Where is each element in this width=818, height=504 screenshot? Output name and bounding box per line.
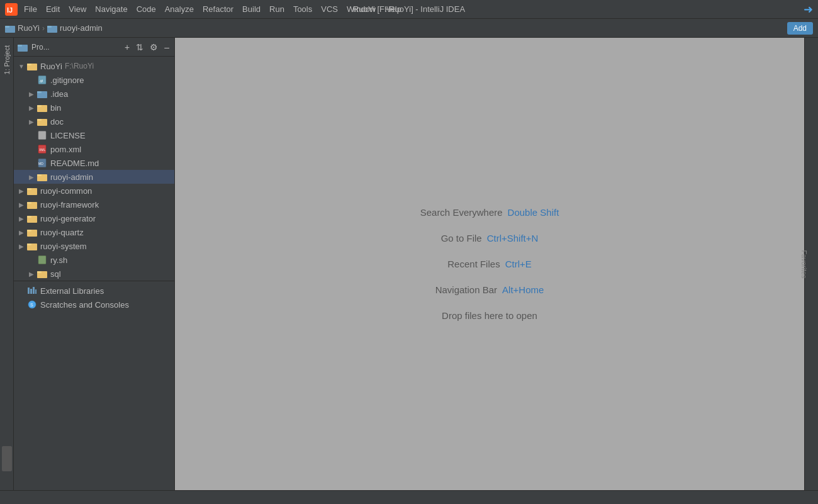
svg-rect-38 [28, 288, 30, 294]
menu-refactor[interactable]: Refactor [199, 3, 237, 15]
tree-item-ruoyi-admin[interactable]: ▶ ruoyi-admin [14, 170, 174, 184]
menu-file[interactable]: File [20, 3, 41, 15]
tree-bottom: External Libraries S Scratches and Conso… [14, 281, 174, 314]
tree-item-readme[interactable]: MD README.md [14, 156, 174, 170]
framework-label: ruoyi-framework [40, 200, 99, 210]
root-folder-icon [26, 61, 38, 71]
readme-label: README.md [50, 159, 99, 168]
project-panel: Pro... + ⇅ ⚙ – ▼ RuoYi F:\RuoYi [14, 38, 175, 490]
tree-item-ruoyi-framework[interactable]: ▶ ruoyi-framework [14, 198, 174, 211]
generator-folder-icon [26, 213, 38, 223]
menu-code[interactable]: Code [133, 3, 160, 15]
ruoyi-folder-icon [5, 24, 15, 33]
quartz-folder-icon [26, 227, 38, 237]
panel-title: Pro... [31, 43, 120, 52]
root-arrow-icon: ▼ [16, 63, 26, 70]
tree-item-gitignore[interactable]: .gi .gitignore [14, 73, 174, 87]
hint-search: Search Everywhere Double Shift [420, 207, 559, 218]
app-title: RuoYi [F:\RuoYi] - IntelliJ IDEA [353, 4, 465, 14]
right-sidebar: Favorites [804, 38, 818, 490]
svg-rect-5 [47, 26, 52, 28]
svg-text:MD: MD [38, 162, 43, 165]
menu-edit[interactable]: Edit [42, 3, 64, 15]
bin-folder-icon [36, 103, 48, 113]
svg-rect-3 [5, 26, 9, 28]
hint-goto-shortcut: Ctrl+Shift+N [487, 233, 539, 244]
menu-vcs[interactable]: VCS [317, 3, 342, 15]
arrow-icon[interactable]: ➜ [804, 3, 813, 16]
svg-rect-39 [30, 289, 32, 294]
libraries-label: External Libraries [40, 286, 104, 296]
gitignore-icon: .gi [36, 75, 48, 85]
hint-search-shortcut: Double Shift [508, 207, 559, 218]
panel-collapse-icon[interactable]: – [163, 41, 171, 53]
hint-goto: Go to File Ctrl+Shift+N [441, 233, 539, 244]
ry-icon [36, 255, 48, 265]
app-logo-icon: IJ [5, 3, 18, 16]
system-folder-icon [26, 241, 38, 251]
svg-rect-35 [38, 256, 46, 264]
common-arrow: ▶ [16, 188, 26, 194]
root-path: F:\RuoYi [65, 62, 94, 70]
tree-item-ruoyi-common[interactable]: ▶ ruoyi-common [14, 184, 174, 198]
admin-folder-icon [47, 24, 57, 33]
svg-text:S: S [30, 303, 33, 307]
svg-rect-24 [37, 174, 42, 176]
menu-run[interactable]: Run [266, 3, 288, 15]
svg-rect-41 [35, 289, 36, 294]
tree-item-doc[interactable]: ▶ doc [14, 115, 174, 128]
quartz-label: ruoyi-quartz [40, 228, 84, 237]
menu-navigate[interactable]: Navigate [91, 3, 131, 15]
admin-label: ruoyi-admin [50, 172, 93, 182]
menu-tools[interactable]: Tools [289, 3, 316, 15]
admin-arrow: ▶ [26, 174, 36, 181]
pom-label: pom.xml [50, 145, 81, 154]
tree-item-ruoyi-system[interactable]: ▶ ruoyi-system [14, 239, 174, 253]
add-button[interactable]: Add [787, 22, 813, 35]
tree-root[interactable]: ▼ RuoYi F:\RuoYi [14, 59, 174, 73]
sql-folder-icon [36, 269, 48, 279]
menu-build[interactable]: Build [238, 3, 264, 15]
hint-navbar: Navigation Bar Alt+Home [435, 284, 544, 295]
tree-item-libraries[interactable]: External Libraries [14, 284, 174, 298]
svg-rect-26 [27, 188, 31, 190]
hint-drop: Drop files here to open [442, 310, 537, 321]
breadcrumb-sep: › [42, 24, 45, 33]
svg-rect-15 [37, 105, 42, 107]
doc-label: doc [50, 117, 64, 126]
hint-recent-text: Recent Files [447, 259, 500, 269]
bin-label: bin [50, 103, 61, 113]
favorites-tab[interactable]: Favorites [800, 250, 807, 278]
menu-view[interactable]: View [65, 3, 90, 15]
project-tab[interactable]: 1: Project [1, 40, 13, 79]
quartz-arrow: ▶ [16, 229, 26, 236]
tree-item-scratches[interactable]: S Scratches and Consoles [14, 298, 174, 311]
pom-icon: XML [36, 144, 48, 154]
menu-analyze[interactable]: Analyze [161, 3, 198, 15]
panel-settings-icon[interactable]: ⚙ [148, 41, 159, 53]
breadcrumb-root[interactable]: RuoYi [18, 23, 40, 33]
tree-item-bin[interactable]: ▶ bin [14, 101, 174, 115]
hint-drop-text: Drop files here to open [442, 310, 537, 321]
panel-header: Pro... + ⇅ ⚙ – [14, 38, 174, 57]
svg-rect-34 [27, 244, 31, 245]
panel-sort-icon[interactable]: ⇅ [135, 41, 145, 53]
tree-item-ruoyi-quartz[interactable]: ▶ ruoyi-quartz [14, 225, 174, 239]
breadcrumb-current[interactable]: ruoyi-admin [60, 23, 103, 33]
tree-item-license[interactable]: LICENSE [14, 128, 174, 142]
framework-arrow: ▶ [16, 201, 26, 208]
tree-item-idea[interactable]: ▶ .idea [14, 87, 174, 101]
title-bar-right: ➜ [804, 3, 813, 16]
tree-item-ruoyi-generator[interactable]: ▶ ruoyi-generator [14, 211, 174, 225]
tree-item-pom[interactable]: XML pom.xml [14, 142, 174, 156]
left-tab-strip: 1: Project [0, 38, 14, 490]
svg-rect-18 [38, 132, 46, 140]
bin-arrow: ▶ [26, 104, 36, 111]
common-label: ruoyi-common [40, 186, 92, 196]
editor-area: Search Everywhere Double Shift Go to Fil… [175, 38, 804, 490]
svg-text:IJ: IJ [7, 6, 13, 14]
tree-item-ry[interactable]: ry.sh [14, 253, 174, 267]
tree-item-sql[interactable]: ▶ sql [14, 267, 174, 281]
panel-add-icon[interactable]: + [123, 41, 131, 53]
root-label: RuoYi [40, 62, 62, 71]
